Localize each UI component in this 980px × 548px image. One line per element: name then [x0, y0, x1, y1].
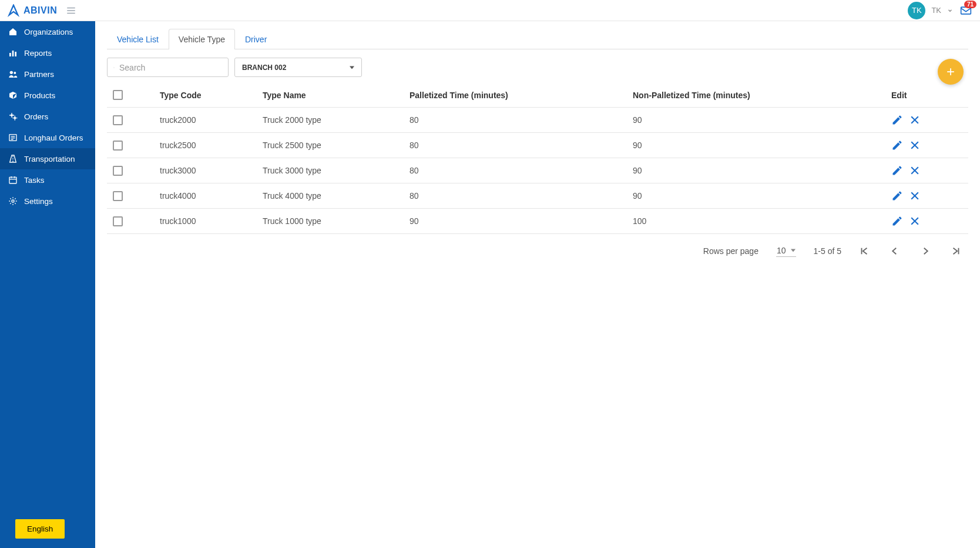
header-type-name: Type Name	[263, 91, 410, 100]
menu-toggle-icon[interactable]	[65, 5, 77, 16]
cell-code: truck4000	[160, 191, 263, 201]
cell-pall: 80	[410, 191, 633, 201]
delete-icon[interactable]	[909, 215, 921, 227]
sidebar-item-label: Partners	[24, 70, 54, 79]
box-icon	[8, 91, 18, 100]
svg-point-7	[10, 71, 13, 74]
avatar: TK	[908, 2, 925, 19]
edit-icon[interactable]	[891, 114, 903, 126]
row-checkbox[interactable]	[113, 141, 123, 151]
edit-icon[interactable]	[891, 139, 903, 151]
vehicle-type-table: Type Code Type Name Palletized Time (min…	[107, 83, 968, 234]
svg-rect-5	[12, 51, 14, 56]
sidebar-item-settings[interactable]: Settings	[0, 191, 95, 212]
cell-name: Truck 2000 type	[263, 115, 410, 125]
edit-icon[interactable]	[891, 190, 903, 202]
gear-icon	[8, 196, 18, 206]
logo[interactable]: ABIVIN	[7, 4, 57, 17]
sidebar-item-label: Reports	[24, 49, 52, 58]
cell-name: Truck 4000 type	[263, 191, 410, 201]
sidebar-item-label: Organizations	[24, 28, 73, 36]
sidebar-item-label: Products	[24, 91, 55, 100]
logo-icon	[7, 4, 20, 17]
edit-icon[interactable]	[891, 165, 903, 176]
sidebar-item-tasks[interactable]: Tasks	[0, 169, 95, 191]
user-menu[interactable]: TK TK 71	[908, 2, 973, 19]
sidebar-item-partners[interactable]: Partners	[0, 64, 95, 85]
search-icon	[113, 64, 115, 72]
svg-point-8	[14, 72, 16, 74]
tab-vehicle-list[interactable]: Vehicle List	[107, 29, 169, 49]
cogs-icon	[8, 112, 18, 121]
sidebar-item-label: Transportation	[24, 155, 75, 163]
table-row: truck1000Truck 1000 type90100	[107, 209, 968, 234]
svg-marker-25	[350, 66, 354, 69]
header-non-palletized: Non-Palletized Time (minutes)	[633, 91, 891, 100]
cell-nonpall: 90	[633, 115, 891, 125]
pagination: Rows per page 10 1-5 of 5	[107, 234, 968, 257]
table-row: truck2500Truck 2500 type8090	[107, 133, 968, 158]
sidebar-item-label: Orders	[24, 112, 48, 121]
branch-value: BRANCH 002	[242, 64, 286, 72]
sidebar: OrganizationsReportsPartnersProductsOrde…	[0, 21, 95, 548]
search-input-wrapper	[107, 58, 229, 77]
sidebar-item-label: Tasks	[24, 176, 45, 185]
svg-point-23	[113, 67, 114, 68]
delete-icon[interactable]	[909, 139, 921, 151]
sidebar-item-label: Settings	[24, 197, 53, 206]
cell-code: truck2500	[160, 141, 263, 150]
language-button[interactable]: English	[15, 519, 65, 539]
last-page-button[interactable]	[951, 246, 961, 256]
delete-icon[interactable]	[909, 190, 921, 202]
select-all-checkbox[interactable]	[113, 90, 123, 100]
add-button[interactable]: +	[938, 59, 964, 85]
sidebar-item-label: Longhaul Orders	[24, 133, 83, 142]
cell-nonpall: 100	[633, 216, 891, 226]
table-row: truck3000Truck 3000 type8090	[107, 158, 968, 183]
row-checkbox[interactable]	[113, 166, 123, 176]
sidebar-item-longhaul-orders[interactable]: Longhaul Orders	[0, 127, 95, 148]
cell-pall: 80	[410, 115, 633, 125]
sidebar-item-organizations[interactable]: Organizations	[0, 21, 95, 42]
svg-rect-4	[9, 53, 11, 56]
cell-code: truck2000	[160, 115, 263, 125]
home-icon	[8, 27, 18, 36]
logo-text: ABIVIN	[24, 5, 57, 16]
edit-icon[interactable]	[891, 215, 903, 227]
delete-icon[interactable]	[909, 114, 921, 126]
notifications-button[interactable]: 71	[959, 5, 973, 16]
first-page-button[interactable]	[859, 246, 870, 256]
cell-name: Truck 3000 type	[263, 166, 410, 175]
users-icon	[8, 69, 18, 79]
prev-page-button[interactable]	[890, 246, 900, 256]
tab-vehicle-type[interactable]: Vehicle Type	[169, 29, 235, 49]
row-checkbox[interactable]	[113, 216, 123, 226]
rows-per-page-select[interactable]: 10	[776, 245, 796, 257]
cell-nonpall: 90	[633, 141, 891, 150]
rows-per-page-value: 10	[777, 246, 786, 255]
branch-select[interactable]: BRANCH 002	[234, 58, 362, 77]
caret-down-icon	[350, 65, 354, 70]
sidebar-item-reports[interactable]: Reports	[0, 42, 95, 64]
calendar-icon	[8, 175, 18, 185]
sidebar-item-transportation[interactable]: Transportation	[0, 148, 95, 169]
sidebar-item-products[interactable]: Products	[0, 85, 95, 106]
tab-driver[interactable]: Driver	[235, 29, 277, 49]
row-checkbox[interactable]	[113, 191, 123, 201]
table-header-row: Type Code Type Name Palletized Time (min…	[107, 83, 968, 108]
next-page-button[interactable]	[920, 246, 931, 256]
cell-nonpall: 90	[633, 166, 891, 175]
svg-point-9	[11, 114, 13, 116]
svg-point-22	[12, 200, 14, 202]
svg-rect-6	[15, 52, 16, 56]
search-input[interactable]	[119, 63, 222, 72]
row-checkbox[interactable]	[113, 115, 123, 125]
main-content: Vehicle ListVehicle TypeDriver + BRANCH …	[95, 21, 980, 548]
pagination-range: 1-5 of 5	[814, 246, 841, 256]
notification-badge: 71	[964, 1, 976, 8]
sidebar-item-orders[interactable]: Orders	[0, 106, 95, 127]
delete-icon[interactable]	[909, 165, 921, 176]
table-row: truck4000Truck 4000 type8090	[107, 183, 968, 209]
road-icon	[8, 154, 18, 163]
list-icon	[8, 133, 18, 142]
